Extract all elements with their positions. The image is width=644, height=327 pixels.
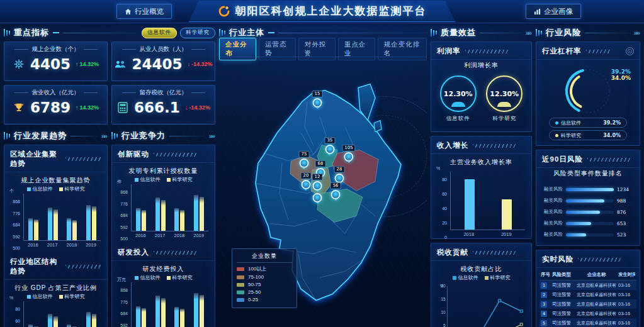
- bar-group-2018[interactable]: [174, 184, 184, 231]
- bar-group-2017[interactable]: [48, 194, 58, 240]
- stat-card-value: 24405: [132, 56, 182, 72]
- tab-对外投资[interactable]: 对外投资: [298, 38, 336, 60]
- filter-tag-信息软件[interactable]: 信息软件: [142, 28, 177, 38]
- competitiveness-section-2: 研发投入 研发经费投入信息软件科学研究万元5005926847768682016…: [112, 243, 215, 327]
- table-row[interactable]: 4司法预警北京启航卓越科技有限公司03-16: [539, 309, 636, 318]
- nav-enterprise-profile[interactable]: 企业画像: [526, 4, 581, 19]
- table-row[interactable]: 3司法预警北京启航卓越科技有限公司03-16: [539, 299, 636, 309]
- table-row[interactable]: 2司法预警北京启航卓越科技有限公司03-16: [539, 290, 636, 299]
- bar-group-2019[interactable]: [194, 184, 204, 231]
- x-axis-labels: 2016201720182019: [131, 233, 208, 238]
- rnd-sub-title: 研发投入: [118, 248, 149, 257]
- bar-group-2019[interactable]: [194, 282, 204, 327]
- bar-group-2016[interactable]: [28, 301, 38, 327]
- map-marker[interactable]: [313, 193, 322, 202]
- table-row[interactable]: 1司法预警北京启航卓越科技有限公司03-16: [539, 280, 636, 290]
- gauge-value: 12.30%: [444, 90, 473, 98]
- stat-card-label: 规上企业数（个）: [4, 45, 107, 53]
- map-marker-15[interactable]: 15: [312, 91, 323, 108]
- marker-count-badge: 12: [312, 174, 323, 180]
- trend-section-1: 区域企业集聚趋势 规上企业数量集聚趋势信息软件科学研究个500592684776…: [4, 145, 107, 249]
- bar-group-2019[interactable]: [86, 194, 96, 240]
- bar-group-2017[interactable]: [48, 301, 58, 327]
- risk-rank-row[interactable]: 融资风险988: [541, 197, 635, 204]
- filter-tag-科学研究[interactable]: 科学研究: [180, 28, 215, 38]
- chart-income-growth: 主营业务收入增长率%02040608020182019: [431, 154, 531, 238]
- trophy-icon: [13, 101, 25, 114]
- y-axis: 500592684776868: [8, 194, 22, 248]
- bar-group-2019[interactable]: [86, 301, 96, 327]
- tab-企业分布[interactable]: 企业分布: [219, 38, 256, 60]
- marker-count-badge: 56: [330, 182, 341, 189]
- section-deco-icon: [4, 29, 10, 36]
- map-pin-icon: [313, 98, 322, 108]
- map-legend-item: 25-50: [237, 289, 292, 295]
- section-deco-icon: [536, 29, 542, 36]
- industry-trend-more-button[interactable]: »»: [101, 132, 108, 140]
- bar-group-2018[interactable]: [67, 194, 77, 240]
- bar-group-2017[interactable]: [155, 282, 166, 327]
- bars-area: [23, 194, 101, 241]
- risk-rank-row[interactable]: 融资风险876: [541, 209, 635, 215]
- risk-more-button[interactable]: »»: [634, 29, 640, 36]
- ring-gauge: 12.30%: [440, 75, 477, 112]
- map-marker-56[interactable]: 56: [330, 182, 341, 199]
- ring-gauge: 12.30%: [486, 75, 523, 112]
- stat-card-delta: ↑14.32%: [76, 61, 99, 67]
- chart-rnd-spending: 研发经费投入信息软件科学研究万元500592684776868201620172…: [112, 261, 215, 327]
- map-pin-icon: [299, 158, 308, 168]
- map-marker-75[interactable]: 75: [299, 151, 310, 168]
- profit-sub-title: 利润率: [437, 47, 461, 56]
- realtime-risk-table: 序号风险类型企业名称发生时间1司法预警北京启航卓越科技有限公司03-162司法预…: [536, 268, 640, 327]
- competitiveness-column: 行业竞争力 »» 创新驱动 发明专利累计授权数量信息软件科学研究件5005926…: [111, 130, 215, 327]
- industry-body-title: 行业主体: [229, 27, 264, 38]
- risk-rank-row[interactable]: 融资风险653: [541, 220, 635, 226]
- people-icon: [114, 58, 127, 70]
- y-axis: 020406080: [435, 172, 449, 237]
- profit-gauge-信息软件: 12.30%信息软件: [440, 75, 477, 123]
- bar-group-2018[interactable]: [174, 282, 184, 327]
- risk-header: 行业风险 »»: [536, 26, 640, 39]
- bar-group-2016[interactable]: [28, 194, 38, 240]
- risk-rank-row[interactable]: 融资风险523: [541, 231, 635, 238]
- chart-title: 规上企业数量集聚趋势: [8, 176, 103, 185]
- x-axis-labels: 20182019: [450, 231, 525, 237]
- bars-area: [131, 184, 208, 231]
- tab-重点企业[interactable]: 重点企业: [338, 38, 375, 60]
- map-marker-35[interactable]: 35: [324, 137, 335, 154]
- nav-enterprise-profile-label: 企业画像: [544, 7, 573, 16]
- quality-more-button[interactable]: »»: [526, 29, 532, 36]
- table-row[interactable]: 5司法预警北京启航卓越科技有限公司03-16: [539, 318, 636, 327]
- gauge-value: 12.30%: [490, 90, 519, 98]
- stat-card: 营业收入（亿元）6789↑14.32%: [4, 85, 108, 125]
- bar-group-2018[interactable]: [67, 301, 77, 327]
- map-marker-12[interactable]: 12: [312, 174, 323, 191]
- chart-title: 研发经费投入: [116, 265, 211, 274]
- map-legend-item: 75-100: [237, 274, 292, 280]
- down-arrow-icon: ↓: [188, 61, 191, 67]
- marker-count-badge: 35: [324, 137, 335, 144]
- info-icon[interactable]: ⓘ: [626, 47, 634, 55]
- bar-group-2017[interactable]: [155, 184, 166, 231]
- map-marker-20[interactable]: 20: [300, 172, 311, 189]
- bar-group-2016[interactable]: [136, 184, 146, 231]
- chart-legend: 信息软件科学研究: [8, 293, 103, 300]
- risk-rank-row[interactable]: 融资风险1234: [541, 186, 635, 192]
- map-marker-105[interactable]: 105: [342, 145, 355, 162]
- bar-2018[interactable]: [465, 172, 475, 230]
- trend-sub-title-2: 行业地区结构趋势: [10, 257, 61, 276]
- map-legend-item: 100以上: [237, 265, 292, 272]
- tab-运营态势[interactable]: 运营态势: [259, 38, 296, 60]
- marker-count-badge: 20: [300, 172, 311, 179]
- competitiveness-more-button[interactable]: »»: [209, 132, 215, 140]
- recent-risk-panel: 近90日风险 风险类型事件数量排名 融资风险1234融资风险988融资风险876…: [536, 150, 640, 246]
- down-arrow-icon: ↓: [185, 104, 188, 111]
- map-marker-28[interactable]: 28: [334, 166, 345, 183]
- bar-2019[interactable]: [502, 172, 512, 230]
- industry-trend-column: 行业发展趋势 »» 区域企业集聚趋势 规上企业数量集聚趋势信息软件科学研究个50…: [4, 130, 108, 327]
- innovation-sub-title: 创新驱动: [118, 150, 149, 159]
- competitiveness-section-1: 创新驱动 发明专利累计授权数量信息软件科学研究件5005926847768682…: [112, 145, 215, 240]
- tab-规企变化排名[interactable]: 规企变化排名: [378, 38, 427, 60]
- nav-industry-overview[interactable]: 行业概览: [116, 4, 172, 19]
- bar-group-2016[interactable]: [136, 282, 146, 327]
